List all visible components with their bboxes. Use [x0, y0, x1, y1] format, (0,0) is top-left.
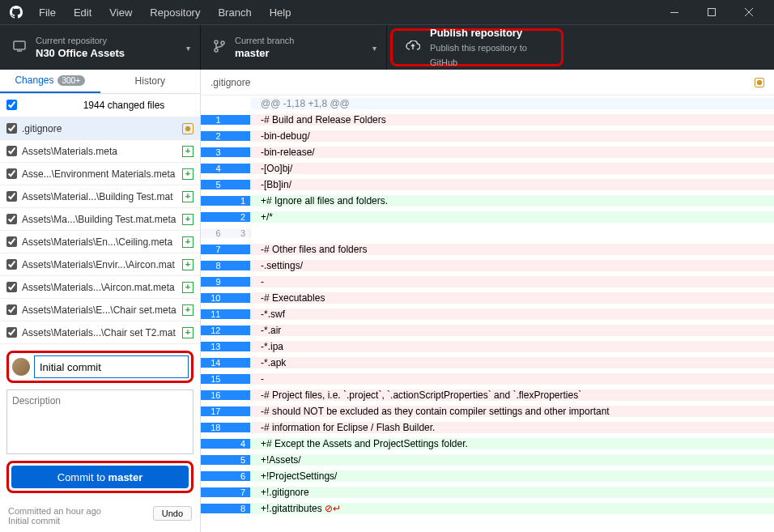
- diff-line[interactable]: 16-# Project files, i.e. `.project`, `.a…: [201, 387, 774, 403]
- maximize-button[interactable]: [693, 0, 730, 24]
- file-checkbox[interactable]: [6, 191, 17, 202]
- diff-line[interactable]: @@ -1,18 +1,8 @@: [201, 96, 774, 112]
- diff-line[interactable]: 5+!Assets/: [201, 452, 774, 468]
- diff-line[interactable]: 7-# Other files and folders: [201, 241, 774, 257]
- file-row[interactable]: Assets\Materials...\Aircon.mat.meta+: [0, 276, 200, 299]
- diff-body[interactable]: @@ -1,18 +1,8 @@1-# Build and Release Fo…: [201, 96, 774, 532]
- diff-gutter: 8: [201, 504, 251, 513]
- diff-line[interactable]: 15-: [201, 371, 774, 387]
- tab-changes-label: Changes: [15, 74, 53, 86]
- diff-line[interactable]: 12-*.air: [201, 322, 774, 338]
- diff-line[interactable]: 11-*.swf: [201, 306, 774, 322]
- diff-line[interactable]: 18-# information for Eclipse / Flash Bui…: [201, 419, 774, 436]
- github-logo-icon: [10, 6, 23, 19]
- added-icon: +: [182, 236, 194, 248]
- diff-line[interactable]: 10-# Executables: [201, 290, 774, 306]
- diff-content: -[Oo]bj/: [251, 163, 774, 174]
- file-checkbox[interactable]: [6, 304, 17, 315]
- file-checkbox[interactable]: [6, 214, 17, 224]
- diff-content: -# information for Eclipse / Flash Build…: [251, 422, 774, 433]
- diff-gutter: 2: [201, 131, 251, 141]
- tab-changes[interactable]: Changes 300+: [0, 70, 100, 93]
- menu-item-file[interactable]: File: [31, 3, 64, 22]
- current-repository-selector[interactable]: Current repository N30 Office Assets ▾: [0, 25, 201, 70]
- menu-item-branch[interactable]: Branch: [210, 3, 259, 22]
- file-row[interactable]: .gitignore: [0, 117, 200, 140]
- diff-line[interactable]: 2-bin-debug/: [201, 128, 774, 144]
- undo-button[interactable]: Undo: [153, 506, 192, 521]
- diff-line[interactable]: 6+!ProjectSettings/: [201, 468, 774, 484]
- file-row[interactable]: Assets\Material...\Building Test.mat+: [0, 185, 200, 208]
- diff-line[interactable]: 8-.settings/: [201, 257, 774, 274]
- diff-panel: .gitignore @@ -1,18 +1,8 @@1-# Build and…: [201, 70, 774, 532]
- monitor-icon: [13, 40, 26, 54]
- titlebar: FileEditViewRepositoryBranchHelp: [0, 0, 774, 24]
- commit-button[interactable]: Commit to master: [11, 466, 189, 488]
- diff-content: -.settings/: [251, 260, 774, 271]
- menu-item-repository[interactable]: Repository: [142, 3, 208, 22]
- last-commit: Committed an hour ago Initial commit Und…: [0, 500, 200, 532]
- file-row[interactable]: Assets\Materials\En...\Ceiling.meta+: [0, 231, 200, 253]
- diff-line[interactable]: 14-*.apk: [201, 355, 774, 371]
- diff-content: -# Executables: [251, 292, 774, 304]
- diff-line[interactable]: 4+# Except the Assets and ProjectSetting…: [201, 436, 774, 452]
- changes-count-badge: 300+: [57, 75, 86, 86]
- diff-gutter: 5: [201, 455, 251, 465]
- file-row[interactable]: Asse...\Environment Materials.meta+: [0, 163, 200, 185]
- diff-line[interactable]: 1-# Build and Release Folders: [201, 112, 774, 128]
- svg-point-5: [221, 41, 224, 45]
- diff-content: +!.gitattributes ⊘↵: [251, 503, 774, 514]
- file-checkbox[interactable]: [6, 282, 17, 292]
- cloud-upload-icon: [406, 40, 420, 54]
- tab-history[interactable]: History: [100, 70, 201, 93]
- file-row[interactable]: Assets\Materials.meta+: [0, 140, 200, 163]
- file-row[interactable]: Assets\Materials\E...\Chair set.meta+: [0, 299, 200, 321]
- diff-line[interactable]: 9-: [201, 274, 774, 290]
- diff-line[interactable]: 3-bin-release/: [201, 144, 774, 160]
- file-row[interactable]: Assets\Materials\Envir...\Aircon.mat+: [0, 253, 200, 276]
- select-all-checkbox[interactable]: [6, 100, 17, 110]
- diff-content: +!Assets/: [251, 454, 774, 466]
- menu-item-view[interactable]: View: [101, 3, 140, 22]
- file-checkbox[interactable]: [6, 168, 17, 179]
- repo-label: Current repository: [36, 35, 125, 46]
- file-row[interactable]: Assets\Ma...\Building Test.mat.meta+: [0, 208, 200, 231]
- added-icon: +: [182, 304, 194, 316]
- minimize-button[interactable]: [656, 0, 693, 24]
- diff-line[interactable]: 2+/*: [201, 209, 774, 225]
- diff-gutter: 7: [201, 487, 251, 497]
- diff-line[interactable]: 63: [201, 225, 774, 241]
- file-checkbox[interactable]: [6, 327, 17, 338]
- file-checkbox[interactable]: [6, 123, 17, 134]
- sidebar-tabs: Changes 300+ History: [0, 70, 200, 94]
- commit-description-input[interactable]: [6, 389, 194, 454]
- file-checkbox[interactable]: [6, 236, 17, 247]
- file-row[interactable]: Assets\Materials...\Chair set T2.mat+: [0, 321, 200, 344]
- diff-line[interactable]: 1+# Ignore all files and folders.: [201, 193, 774, 209]
- menu-item-help[interactable]: Help: [262, 3, 300, 22]
- diff-line[interactable]: 17-# should NOT be excluded as they cont…: [201, 403, 774, 419]
- changed-files-count: 1944 changed files: [83, 100, 165, 111]
- modified-icon: [182, 123, 194, 134]
- commit-summary-input[interactable]: [35, 356, 188, 377]
- menu-item-edit[interactable]: Edit: [66, 3, 100, 22]
- current-branch-selector[interactable]: Current branch master ▾: [201, 25, 387, 70]
- diff-line[interactable]: 13-*.ipa: [201, 338, 774, 355]
- diff-line[interactable]: 4-[Oo]bj/: [201, 160, 774, 177]
- diff-line[interactable]: 5-[Bb]in/: [201, 177, 774, 193]
- file-checkbox[interactable]: [6, 259, 17, 270]
- file-name: Assets\Material...\Building Test.mat: [22, 191, 177, 202]
- diff-content: -bin-debug/: [251, 130, 774, 142]
- close-button[interactable]: [730, 0, 768, 24]
- diff-gutter: 2: [201, 212, 251, 222]
- diff-gutter: 6: [201, 471, 251, 481]
- publish-repository-button[interactable]: Publish repository Publish this reposito…: [390, 28, 563, 66]
- added-icon: +: [182, 191, 194, 202]
- publish-subtitle: Publish this repository to GitHub: [430, 40, 548, 70]
- main-area: Changes 300+ History 1944 changed files …: [0, 70, 774, 532]
- main-menu: FileEditViewRepositoryBranchHelp: [31, 3, 299, 22]
- diff-gutter: 7: [201, 245, 251, 254]
- file-checkbox[interactable]: [6, 146, 17, 156]
- diff-line[interactable]: 7+!.gitignore: [201, 484, 774, 500]
- diff-line[interactable]: 8+!.gitattributes ⊘↵: [201, 500, 774, 517]
